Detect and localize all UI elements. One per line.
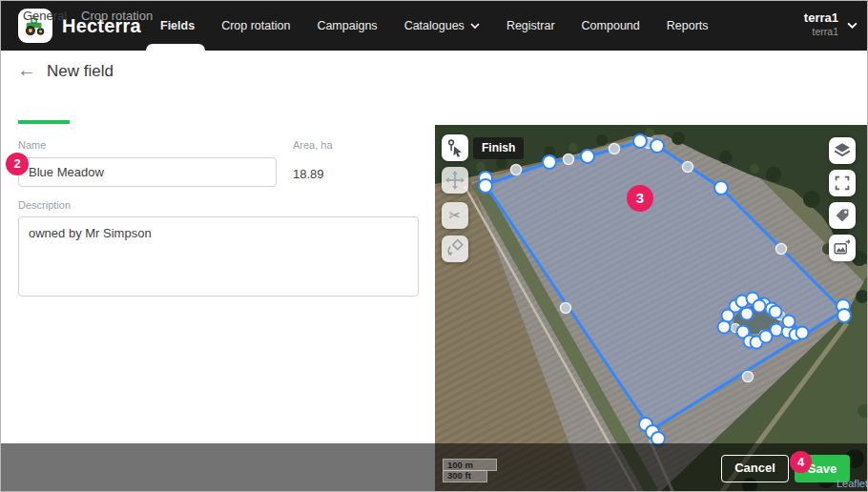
polygon-vertex[interactable] bbox=[543, 155, 556, 169]
user-menu[interactable]: terra1 terra1 bbox=[804, 10, 838, 38]
hecterra-window: Hecterra Fields Crop rotation Campaigns … bbox=[0, 0, 868, 492]
polygon-vertex[interactable] bbox=[633, 134, 647, 148]
image-export-icon bbox=[833, 238, 852, 257]
user-account: terra1 bbox=[804, 26, 838, 38]
polygon-midpoint[interactable] bbox=[683, 162, 693, 173]
polygon-vertex[interactable] bbox=[479, 179, 492, 193]
polygon-vertex[interactable] bbox=[714, 181, 728, 195]
user-chevron-down-icon[interactable] bbox=[847, 22, 858, 29]
pan-icon bbox=[444, 170, 465, 191]
active-tab-underline bbox=[18, 120, 70, 124]
polygon-vertex[interactable] bbox=[581, 150, 594, 163]
polygon-vertex[interactable] bbox=[770, 306, 782, 318]
tab-general[interactable]: General bbox=[23, 9, 67, 23]
polygon-vertex[interactable] bbox=[718, 321, 731, 334]
field-map[interactable]: ✂ Finish bbox=[435, 125, 868, 492]
draw-polygon-icon bbox=[444, 137, 465, 158]
field-map-svg[interactable] bbox=[435, 125, 868, 492]
polygon-vertex[interactable] bbox=[651, 139, 664, 153]
polygon-vertex[interactable] bbox=[783, 316, 796, 328]
leaflet-attribution[interactable]: Leaflet bbox=[837, 478, 868, 489]
scissors-icon: ✂ bbox=[449, 207, 462, 224]
step-badge-name: 2 bbox=[6, 153, 29, 175]
polygon-vertex[interactable] bbox=[741, 308, 754, 320]
form-tabs bbox=[1, 93, 867, 125]
layers-icon bbox=[832, 140, 853, 161]
rotate-tool-button[interactable] bbox=[442, 236, 468, 262]
nav-catalogues-label: Catalogues bbox=[404, 19, 465, 32]
chevron-down-icon bbox=[470, 23, 480, 29]
fullscreen-icon bbox=[833, 174, 852, 193]
active-tab-notch bbox=[146, 44, 205, 51]
tab-crop-rotation[interactable]: Crop rotation bbox=[81, 9, 153, 23]
fullscreen-button[interactable] bbox=[829, 170, 856, 196]
nav-crop-rotation[interactable]: Crop rotation bbox=[221, 19, 290, 32]
polygon-midpoint[interactable] bbox=[743, 372, 754, 382]
nav-reports[interactable]: Reports bbox=[667, 19, 709, 32]
cut-tool-button[interactable]: ✂ bbox=[442, 202, 468, 229]
step-badge-save: 4 bbox=[790, 451, 812, 473]
nav-catalogues[interactable]: Catalogues bbox=[404, 19, 480, 32]
pan-tool-button[interactable] bbox=[442, 167, 468, 194]
layers-button[interactable] bbox=[829, 137, 856, 164]
polygon-midpoint[interactable] bbox=[564, 154, 574, 165]
nav-fields[interactable]: Fields bbox=[160, 19, 195, 32]
name-input[interactable] bbox=[18, 157, 277, 187]
tag-icon bbox=[833, 206, 852, 225]
area-value: 18.89 bbox=[293, 167, 324, 181]
export-image-button[interactable] bbox=[829, 235, 856, 261]
page-title: New field bbox=[47, 62, 114, 81]
nav-registrar[interactable]: Registrar bbox=[506, 19, 555, 32]
polygon-vertex[interactable] bbox=[771, 324, 783, 337]
draw-polygon-tool-button[interactable] bbox=[442, 134, 468, 161]
nav-compound[interactable]: Compound bbox=[582, 19, 640, 32]
user-name: terra1 bbox=[804, 10, 838, 26]
main-nav: Fields Crop rotation Campaigns Catalogue… bbox=[160, 1, 709, 51]
rotate-shape-icon bbox=[444, 238, 465, 259]
description-input[interactable]: owned by Mr Simpson bbox=[18, 216, 419, 297]
labels-button[interactable] bbox=[829, 202, 856, 229]
page-header bbox=[1, 51, 867, 93]
step-badge-map: 3 bbox=[627, 185, 653, 212]
description-label: Description bbox=[18, 199, 71, 211]
polygon-vertex[interactable] bbox=[837, 309, 851, 322]
polygon-vertex[interactable] bbox=[796, 327, 809, 339]
finish-button[interactable]: Finish bbox=[473, 137, 524, 159]
name-label: Name bbox=[18, 139, 46, 151]
back-arrow-icon[interactable]: ← bbox=[17, 59, 36, 80]
cancel-button[interactable]: Cancel bbox=[721, 455, 789, 482]
polygon-midpoint[interactable] bbox=[511, 165, 522, 175]
polygon-vertex[interactable] bbox=[754, 300, 766, 313]
polygon-midpoint[interactable] bbox=[776, 244, 787, 255]
nav-campaigns[interactable]: Campaigns bbox=[317, 19, 377, 32]
polygon-midpoint[interactable] bbox=[561, 303, 571, 314]
map-scale-imperial: 300 ft bbox=[443, 470, 487, 482]
polygon-midpoint[interactable] bbox=[610, 144, 620, 154]
area-label: Area, ha bbox=[293, 139, 333, 151]
